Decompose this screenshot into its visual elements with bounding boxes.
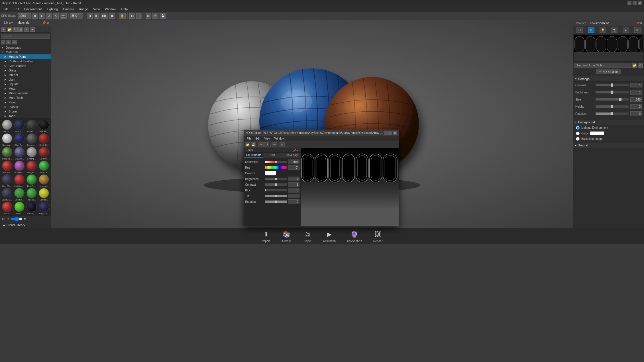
- popup-tab-adjustments[interactable]: Adjustments: [244, 153, 263, 158]
- thumb-item[interactable]: Blue By...: [13, 133, 25, 146]
- thumb-item[interactable]: Night Ti...: [38, 202, 50, 215]
- thumb-size-slider[interactable]: [11, 217, 23, 221]
- popup-close-btn[interactable]: ✕: [393, 131, 397, 135]
- settings-header[interactable]: ▼ Settings: [573, 76, 644, 82]
- tree-paint[interactable]: ▶ Paint: [0, 100, 51, 105]
- tool1-btn[interactable]: ◧: [129, 13, 135, 19]
- brightness-thumb[interactable]: [611, 91, 613, 94]
- popup-brightness-thumb[interactable]: [275, 178, 277, 180]
- brightness-slider[interactable]: [596, 91, 629, 93]
- menu-help[interactable]: Help: [119, 7, 130, 11]
- tree-misc[interactable]: ▶ Miscellaneous: [0, 91, 51, 95]
- popup-rotation-slider[interactable]: [265, 201, 287, 203]
- popup-menu-view[interactable]: View: [262, 137, 272, 140]
- popup-menu-file[interactable]: File: [245, 137, 253, 140]
- thumb-item[interactable]: Green X...: [38, 161, 50, 174]
- hue-thumb[interactable]: [265, 166, 266, 169]
- tree-mold-tech[interactable]: ▶ Mold-Tech: [0, 95, 51, 100]
- env-camera-btn[interactable]: 📷: [611, 27, 617, 33]
- ground-header[interactable]: ▶ Ground: [573, 143, 644, 148]
- popup-tab-pins[interactable]: Pins: [263, 153, 282, 158]
- view-grid-btn[interactable]: ⊞: [1, 217, 5, 221]
- lib-star-btn[interactable]: ★: [30, 27, 35, 32]
- menu-file[interactable]: File: [1, 7, 11, 11]
- tree-metal[interactable]: ▶ Metal: [0, 86, 51, 91]
- tree-metals-paint[interactable]: ▶ Metals Paint: [0, 54, 51, 59]
- reset-btn[interactable]: ↺: [46, 13, 52, 19]
- popup-tool-rotate[interactable]: ↺: [264, 142, 269, 147]
- nav-play-btn[interactable]: ▶: [94, 13, 99, 19]
- pause-btn[interactable]: ⏸: [32, 13, 38, 19]
- menu-edit[interactable]: Edit: [11, 7, 21, 11]
- minimize-btn[interactable]: ─: [627, 1, 631, 5]
- tab-materials[interactable]: Materials: [15, 21, 32, 25]
- rotation-slider[interactable]: [596, 113, 629, 115]
- tree-gems[interactable]: ▶ Gem Stones: [0, 64, 51, 68]
- colorize-swatch[interactable]: [265, 171, 276, 175]
- popup-tool-paint[interactable]: ✏: [258, 142, 264, 147]
- height-value[interactable]: [630, 104, 642, 109]
- popup-tilt-thumb[interactable]: [275, 195, 277, 197]
- popup-tilt-slider[interactable]: [265, 195, 287, 197]
- height-thumb[interactable]: [611, 105, 613, 108]
- hdri-filename-input[interactable]: [574, 63, 631, 68]
- menu-environment[interactable]: Environment: [22, 7, 44, 11]
- tree-downloads[interactable]: ▶ Downloads: [0, 45, 51, 50]
- thumb-item[interactable]: Amazin...: [13, 120, 25, 133]
- tab-project[interactable]: Project: [575, 21, 587, 25]
- menu-window[interactable]: Window: [103, 7, 118, 11]
- tree-materials[interactable]: ▼ Materials: [0, 50, 51, 54]
- lib-add-btn[interactable]: +: [1, 27, 6, 32]
- rp-pin-btn[interactable]: 📌: [636, 22, 639, 24]
- popup-contrast-thumb[interactable]: [275, 183, 277, 186]
- thumb-item[interactable]: Jenine...: [13, 188, 25, 201]
- lib-export-btn[interactable]: ↗: [6, 40, 11, 44]
- contrast-slider[interactable]: [596, 84, 629, 86]
- tree-plastic[interactable]: ▶ Plastic: [0, 105, 51, 109]
- popup-maximize-btn[interactable]: □: [388, 131, 392, 135]
- popup-brightness-slider[interactable]: [265, 178, 287, 180]
- thumb-item[interactable]: Catalin...: [13, 147, 25, 160]
- thumb-item[interactable]: Brick H...: [38, 133, 50, 146]
- popup-minimize-btn[interactable]: ─: [384, 131, 388, 135]
- popup-contrast-value[interactable]: [288, 182, 299, 187]
- thumb-item[interactable]: Lemon...: [1, 202, 13, 215]
- tree-interior[interactable]: ▶ Interior: [0, 73, 51, 77]
- lib-grid-btn[interactable]: ⊞: [18, 27, 23, 32]
- stop-btn[interactable]: ✕: [53, 13, 59, 19]
- thumb-item[interactable]: Hot Po...: [26, 174, 38, 187]
- lib-folder-btn[interactable]: 📁: [7, 27, 12, 32]
- mode-btn[interactable]: ⊞: [146, 13, 151, 19]
- contrast-value[interactable]: [630, 83, 642, 87]
- thumb-item[interactable]: Cherry...: [38, 147, 50, 160]
- thumb-item[interactable]: Lemon...: [38, 188, 50, 201]
- close-btn[interactable]: ✕: [638, 1, 642, 5]
- tree-liquids[interactable]: ▶ Liquids: [0, 82, 51, 86]
- bg-color-radio[interactable]: [576, 132, 580, 135]
- thumb-item[interactable]: Hot Aza...: [13, 174, 25, 187]
- thumb-item[interactable]: Cappuc...: [1, 147, 13, 160]
- thumb-item[interactable]: Champ...: [26, 147, 38, 160]
- rotation-value[interactable]: [630, 111, 642, 116]
- nav-next-btn[interactable]: ▶▶: [101, 13, 108, 19]
- popup-tilt-value[interactable]: [288, 194, 299, 198]
- lock-btn[interactable]: 🔒: [119, 13, 126, 19]
- thumb-item[interactable]: Amazo...: [26, 120, 38, 133]
- panel-pin-btn[interactable]: 📌: [42, 21, 46, 25]
- tree-light[interactable]: ▶ Light: [0, 77, 51, 82]
- popup-rotation-thumb[interactable]: [275, 201, 277, 203]
- anim-btn[interactable]: ⏱: [152, 13, 158, 19]
- menu-image[interactable]: Image: [77, 7, 90, 11]
- view-list-btn[interactable]: ≡: [7, 217, 10, 221]
- thumb-item[interactable]: Jazzy B...: [1, 188, 13, 201]
- thumb-item[interactable]: Lime Li...: [13, 202, 25, 215]
- tab-library[interactable]: Library: [2, 21, 15, 25]
- menu-view[interactable]: View: [91, 7, 102, 11]
- popup-tool-undo[interactable]: ↩: [272, 142, 277, 147]
- hdri-folder-btn[interactable]: 📁: [632, 63, 637, 68]
- screenshot-btn[interactable]: 📷: [60, 13, 67, 19]
- thumb-item[interactable]: Bomba...: [26, 133, 38, 146]
- btm-keyshotvr-btn[interactable]: 🔮 KeyShotVR: [347, 230, 362, 243]
- contrast-thumb[interactable]: [611, 83, 613, 87]
- height-slider[interactable]: [596, 105, 629, 108]
